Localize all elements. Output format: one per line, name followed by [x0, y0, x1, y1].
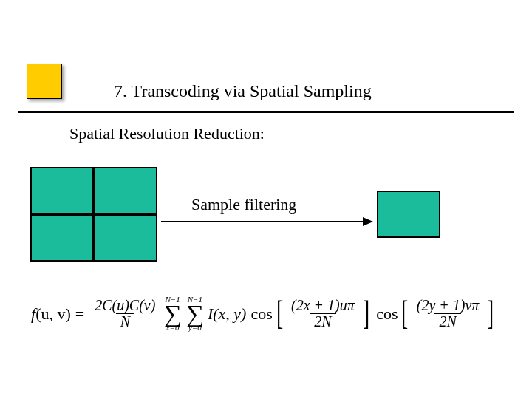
frac-num: (2x + 1)uπ	[288, 298, 358, 313]
dct-formula: f (u, v) = 2C(u)C(v) N N−1 ∑ x=0 N−1 ∑ y…	[31, 296, 498, 332]
sigma-icon: ∑	[163, 304, 181, 324]
cos-a: cos	[250, 304, 272, 324]
bracket-a: [ (2x + 1)uπ 2N ]	[274, 298, 372, 330]
sum-over-y: N−1 ∑ y=0	[186, 296, 204, 332]
output-single-block	[377, 191, 440, 238]
bracket-b: [ (2y + 1)vπ 2N ]	[399, 298, 496, 330]
formula-equals: =	[75, 304, 84, 324]
bracket-a-fraction: (2x + 1)uπ 2N	[288, 298, 358, 330]
grid-cell	[94, 214, 157, 262]
right-bracket-icon: ]	[363, 301, 369, 327]
frac-num: 2C(u)C(v)	[92, 298, 158, 313]
formula-Ixy: I(x, y)	[208, 304, 247, 324]
input-2x2-grid	[30, 167, 157, 262]
frac-den: 2N	[310, 313, 335, 330]
slide-title: 7. Transcoding via Spatial Sampling	[114, 81, 372, 101]
formula-lhs-args: (u, v)	[35, 304, 71, 324]
left-bracket-icon: [	[276, 301, 283, 327]
title-underline	[18, 111, 514, 113]
left-bracket-icon: [	[402, 301, 409, 327]
sum-lower: x=0	[166, 324, 180, 332]
sum-over-x: N−1 ∑ x=0	[163, 296, 181, 332]
frac-num: (2y + 1)vπ	[414, 298, 482, 313]
arrow-head-icon	[363, 217, 373, 226]
grid-cell	[94, 167, 157, 214]
arrow	[161, 217, 373, 226]
cos-b: cos	[376, 304, 398, 324]
arrow-shaft	[161, 221, 364, 222]
bracket-b-fraction: (2y + 1)vπ 2N	[414, 298, 482, 330]
formula-coeff-fraction: 2C(u)C(v) N	[92, 298, 158, 330]
sum-lower: y=0	[188, 324, 202, 332]
right-bracket-icon: ]	[487, 301, 494, 327]
frac-den: 2N	[434, 313, 460, 330]
grid-cell	[30, 167, 94, 214]
title-bullet-box	[27, 64, 62, 99]
grid-cell	[30, 214, 94, 262]
subtitle: Spatial Resolution Reduction:	[69, 124, 265, 143]
frac-den: N	[116, 313, 134, 330]
sigma-icon: ∑	[186, 304, 204, 324]
arrow-label: Sample filtering	[191, 195, 296, 214]
